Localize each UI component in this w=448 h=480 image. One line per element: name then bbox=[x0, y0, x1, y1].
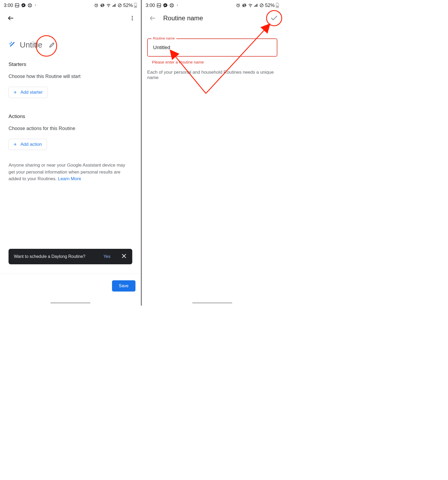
svg-point-1 bbox=[28, 3, 32, 7]
screen-routine-editor: 3:00 • bbox=[0, 0, 141, 306]
status-dot-icon: • bbox=[177, 3, 178, 7]
nav-handle[interactable] bbox=[50, 302, 90, 304]
svg-point-15 bbox=[132, 16, 133, 17]
back-arrow-icon bbox=[7, 15, 14, 22]
more-vert-icon bbox=[129, 15, 135, 21]
appbar bbox=[0, 11, 141, 26]
save-button[interactable]: Save bbox=[112, 280, 135, 292]
actions-description: Choose actions for this Routine bbox=[9, 126, 132, 131]
wifi-icon bbox=[106, 3, 111, 8]
status-time: 3:00 bbox=[146, 3, 155, 8]
svg-point-16 bbox=[132, 18, 133, 19]
toast-message: Want to schedule a Daylong Routine? bbox=[14, 254, 85, 259]
svg-point-23 bbox=[250, 7, 251, 7]
add-starter-label: Add starter bbox=[21, 90, 43, 95]
back-button[interactable] bbox=[147, 12, 158, 24]
no-location-icon bbox=[259, 3, 264, 8]
status-dot-icon: • bbox=[35, 3, 36, 7]
field-hint-text: Each of your personal and household Rout… bbox=[147, 64, 277, 80]
wifi-icon bbox=[248, 3, 253, 8]
alarm-icon bbox=[94, 3, 99, 8]
svg-rect-27 bbox=[257, 4, 257, 7]
plus-icon: + bbox=[14, 142, 17, 147]
status-battery-pct: 52% bbox=[123, 3, 133, 8]
vibrate-mute-icon bbox=[242, 3, 247, 8]
close-icon bbox=[121, 253, 127, 259]
back-arrow-icon bbox=[149, 15, 156, 22]
vibrate-mute-icon bbox=[100, 3, 105, 8]
svg-rect-7 bbox=[113, 5, 114, 7]
svg-rect-24 bbox=[254, 6, 255, 7]
two-screen-container: 3:00 • bbox=[0, 0, 283, 306]
pencil-icon bbox=[49, 41, 55, 48]
no-location-icon bbox=[117, 3, 122, 8]
edit-title-button[interactable] bbox=[46, 39, 58, 51]
actions-heading: Actions bbox=[9, 113, 132, 119]
screen-rename-routine: 3:00 • bbox=[142, 0, 283, 306]
sports-icon bbox=[27, 3, 32, 8]
svg-rect-9 bbox=[115, 4, 115, 7]
add-action-label: Add action bbox=[21, 142, 42, 147]
plus-icon: + bbox=[14, 90, 17, 95]
back-button[interactable] bbox=[5, 12, 17, 24]
field-label: Routine name bbox=[151, 36, 176, 40]
status-bar: 3:00 • bbox=[142, 0, 283, 11]
routine-name-input[interactable] bbox=[153, 44, 272, 51]
alarm-icon bbox=[236, 3, 241, 8]
svg-rect-32 bbox=[277, 6, 278, 7]
starters-heading: Starters bbox=[9, 61, 132, 67]
status-bar: 3:00 • bbox=[0, 0, 141, 11]
messenger-icon bbox=[163, 3, 168, 8]
svg-rect-26 bbox=[256, 5, 257, 7]
messenger-icon bbox=[21, 3, 26, 8]
gallery-icon bbox=[157, 3, 161, 8]
svg-rect-8 bbox=[114, 5, 115, 7]
battery-icon bbox=[276, 3, 279, 8]
svg-point-19 bbox=[170, 3, 174, 7]
status-time: 3:00 bbox=[4, 3, 13, 8]
gallery-icon bbox=[15, 3, 19, 8]
confirm-button[interactable] bbox=[268, 12, 280, 24]
svg-point-5 bbox=[108, 7, 109, 7]
overflow-menu-button[interactable] bbox=[126, 12, 138, 24]
svg-point-17 bbox=[132, 19, 133, 21]
bottom-bar: Save bbox=[0, 274, 141, 306]
svg-rect-14 bbox=[135, 6, 137, 7]
status-battery-pct: 52% bbox=[265, 3, 275, 8]
add-starter-button[interactable]: + Add starter bbox=[9, 87, 48, 98]
routine-name-field[interactable]: Routine name bbox=[147, 38, 277, 57]
routine-title-text: Untitle bbox=[20, 40, 42, 49]
field-error-text: Please enter a Routine name bbox=[147, 58, 277, 64]
nav-handle[interactable] bbox=[192, 302, 232, 304]
signal-icon bbox=[254, 3, 258, 7]
daylong-toast: Want to schedule a Daylong Routine? Yes bbox=[9, 249, 132, 264]
routine-title-row: Untitle bbox=[9, 39, 132, 51]
battery-icon bbox=[134, 3, 137, 8]
svg-rect-25 bbox=[255, 5, 256, 7]
svg-line-29 bbox=[260, 4, 263, 7]
appbar-title: Routine name bbox=[163, 14, 203, 22]
privacy-info-text: Anyone sharing or near your Google Assis… bbox=[9, 162, 132, 182]
toast-yes-button[interactable]: Yes bbox=[103, 254, 110, 259]
appbar: Routine name bbox=[142, 11, 283, 26]
add-action-button[interactable]: + Add action bbox=[9, 139, 47, 150]
checkmark-icon bbox=[270, 14, 278, 22]
magic-wand-icon bbox=[9, 41, 16, 49]
svg-line-11 bbox=[118, 4, 121, 7]
svg-rect-6 bbox=[112, 6, 113, 7]
sports-icon bbox=[169, 3, 174, 8]
signal-icon bbox=[112, 3, 116, 7]
toast-close-button[interactable] bbox=[121, 253, 127, 260]
learn-more-link[interactable]: Learn More bbox=[58, 176, 81, 181]
starters-description: Choose how this Routine will start bbox=[9, 74, 132, 79]
